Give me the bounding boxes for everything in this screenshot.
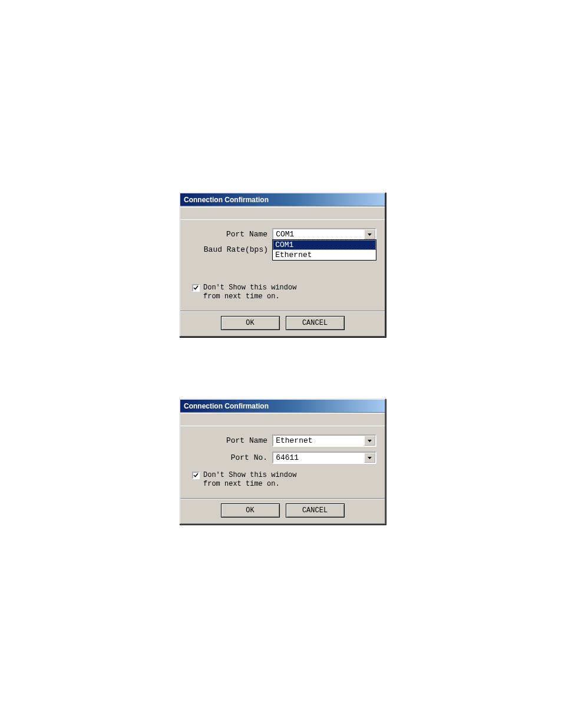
dialog-button-row: OK CANCEL <box>180 311 385 336</box>
dropdown-option-ethernet[interactable]: Ethernet <box>273 250 376 260</box>
ok-button[interactable]: OK <box>221 316 280 330</box>
port-name-label: Port Name <box>189 436 272 445</box>
port-name-combobox[interactable]: Ethernet <box>272 434 376 447</box>
cancel-button[interactable]: CANCEL <box>286 316 345 330</box>
dialog-title: Connection Confirmation <box>180 193 385 206</box>
baud-rate-label: Baud Rate(bps) <box>189 245 273 254</box>
connection-confirmation-dialog-1: Connection Confirmation Port Name COM1 C… <box>179 192 386 337</box>
port-name-combobox[interactable]: COM1 COM1 Ethernet <box>272 228 376 241</box>
dont-show-label: Don't Show this window from next time on… <box>203 284 296 301</box>
toolbar-spacer <box>180 412 385 426</box>
ok-button[interactable]: OK <box>221 503 280 518</box>
svg-marker-0 <box>368 233 372 236</box>
dialog-button-row: OK CANCEL <box>180 498 385 523</box>
dropdown-button[interactable] <box>364 229 375 239</box>
port-no-combobox[interactable]: 64611 <box>272 452 376 464</box>
cancel-button[interactable]: CANCEL <box>286 503 345 518</box>
dont-show-checkbox[interactable] <box>192 284 200 292</box>
svg-marker-2 <box>368 457 372 459</box>
dialog-title: Connection Confirmation <box>180 400 385 412</box>
svg-marker-1 <box>368 440 372 442</box>
port-no-value: 64611 <box>273 453 364 463</box>
chevron-down-icon <box>368 233 372 236</box>
port-name-dropdown-list[interactable]: COM1 Ethernet <box>272 239 376 261</box>
dropdown-button[interactable] <box>364 453 375 463</box>
chevron-down-icon <box>368 440 372 442</box>
dont-show-checkbox[interactable] <box>192 472 200 479</box>
checkmark-icon <box>193 473 199 478</box>
dropdown-button[interactable] <box>364 436 375 446</box>
checkmark-icon <box>193 285 199 291</box>
port-name-value: COM1 <box>273 229 364 239</box>
connection-confirmation-dialog-2: Connection Confirmation Port Name Ethern… <box>179 398 386 525</box>
dont-show-label: Don't Show this window from next time on… <box>203 471 296 489</box>
port-name-value: Ethernet <box>273 436 364 446</box>
chevron-down-icon <box>368 457 372 459</box>
port-no-label: Port No. <box>189 453 272 462</box>
toolbar-spacer <box>180 206 385 220</box>
dropdown-option-com1[interactable]: COM1 <box>273 240 376 250</box>
port-name-label: Port Name <box>189 230 272 239</box>
